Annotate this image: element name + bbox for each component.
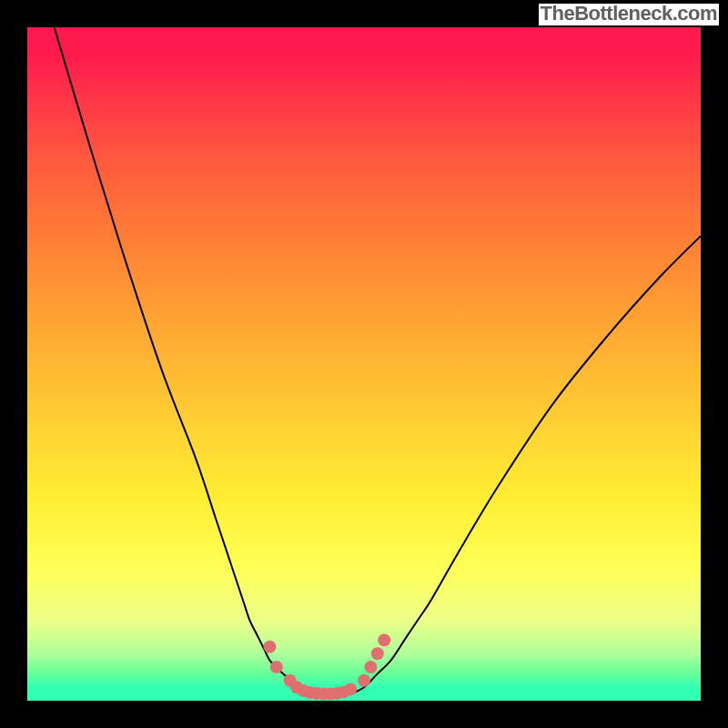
left-curve <box>55 27 324 694</box>
marker-dot <box>344 682 357 695</box>
chart-frame: TheBottleneck.com <box>0 0 728 728</box>
watermark-text: TheBottleneck.com <box>539 4 719 25</box>
marker-dot <box>263 641 276 653</box>
curve-layer <box>27 27 701 701</box>
marker-dot <box>364 661 377 673</box>
bottleneck-markers <box>263 633 390 700</box>
right-curve <box>350 236 701 693</box>
marker-dot <box>270 661 283 673</box>
marker-dot <box>371 647 384 660</box>
marker-dot <box>358 674 370 687</box>
marker-dot <box>378 633 390 646</box>
plot-area <box>27 27 701 701</box>
